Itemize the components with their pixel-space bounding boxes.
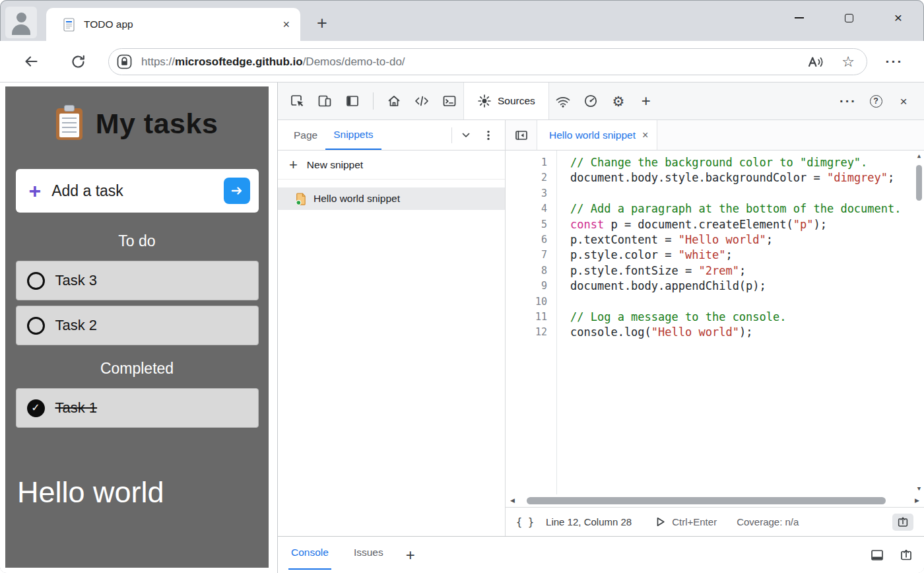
task-item-completed[interactable]: ✓ Task 1 [16, 388, 259, 428]
task-checkbox[interactable] [27, 272, 45, 290]
scroll-left-icon[interactable]: ◀ [510, 498, 515, 504]
window-minimize-button[interactable] [784, 3, 814, 33]
devtools-options-button[interactable]: ··· [834, 87, 862, 115]
code-line[interactable]: p.textContent = "Hello world"; [570, 232, 924, 248]
inspect-element-button[interactable] [283, 87, 311, 115]
drawer-tab-console-active[interactable]: Console [288, 537, 331, 570]
line-number[interactable]: 5 [506, 217, 556, 232]
browser-menu-button[interactable]: ··· [878, 47, 911, 76]
back-button[interactable] [16, 47, 46, 76]
tab-sources-active[interactable]: Sources [463, 83, 549, 119]
add-drawer-tab-button[interactable]: + [406, 537, 415, 573]
tab-welcome[interactable] [380, 87, 408, 115]
task-checkbox[interactable] [27, 317, 45, 335]
window-close-button[interactable]: × [883, 3, 913, 33]
dock-panel-button[interactable] [339, 87, 366, 115]
code-token-string: "p" [793, 218, 814, 231]
hide-navigator-button[interactable] [506, 120, 537, 150]
tab-title: TODO app [84, 18, 133, 30]
profile-avatar[interactable] [5, 7, 37, 38]
drawer-position-button[interactable] [870, 548, 884, 562]
run-snippet-button[interactable] [654, 516, 667, 528]
add-task-submit-button[interactable] [224, 178, 250, 204]
scroll-down-icon[interactable]: ▼ [917, 486, 921, 492]
line-number[interactable]: 1 [506, 155, 556, 170]
code-editor[interactable]: 123456789101112 // Change the background… [506, 151, 924, 494]
url-scheme: https:// [141, 55, 175, 68]
new-snippet-button[interactable]: + New snippet [278, 151, 505, 180]
browser-tab-todo-app[interactable]: TODO app × [46, 8, 300, 41]
more-tabs-button[interactable] [455, 124, 477, 147]
content-area: My tasks + Add a task To do Task 3 [0, 83, 924, 573]
tab-close-icon[interactable]: × [642, 130, 648, 141]
scroll-right-icon[interactable]: ▶ [915, 498, 919, 504]
snippet-list-item-selected[interactable]: Hello world snippet [278, 187, 505, 210]
line-number[interactable]: 9 [506, 279, 556, 294]
editor-tab-active[interactable]: Hello world snippet × [537, 120, 657, 150]
task-checkbox-checked[interactable]: ✓ [27, 399, 45, 417]
code-line[interactable]: // Log a message to the console. [570, 310, 924, 325]
read-aloud-button[interactable] [807, 54, 824, 70]
code-line[interactable]: const p = document.createElement("p"); [570, 217, 924, 232]
line-number[interactable]: 10 [506, 294, 556, 310]
expand-drawer-button[interactable] [899, 548, 913, 562]
home-icon [387, 94, 401, 108]
pretty-print-icon[interactable]: { } [516, 516, 534, 528]
code-line[interactable]: // Add a paragraph at the bottom of the … [570, 201, 924, 217]
code-line[interactable]: // Change the background color to "dimgr… [570, 155, 924, 170]
address-bar[interactable]: https://microsoftedge.github.io/Demos/de… [108, 48, 867, 75]
line-number[interactable]: 2 [506, 170, 556, 185]
add-task-label[interactable]: Add a task [51, 182, 123, 200]
line-number[interactable]: 8 [506, 263, 556, 279]
refresh-button[interactable] [63, 47, 92, 76]
task-item[interactable]: Task 2 [16, 306, 259, 345]
drawer-tab-issues[interactable]: Issues [351, 537, 386, 570]
tab-performance[interactable] [577, 87, 605, 115]
tab-application[interactable]: ⚙ [605, 87, 632, 115]
code-line[interactable] [570, 186, 924, 201]
task-item[interactable]: Task 3 [16, 261, 259, 300]
line-number[interactable]: 12 [506, 325, 556, 340]
tab-page[interactable]: Page [286, 120, 325, 150]
code-line[interactable]: document.body.style.backgroundColor = "d… [570, 170, 924, 185]
navigator-menu-button[interactable] [477, 124, 500, 147]
devtools-close-button[interactable]: × [890, 87, 917, 115]
code-token-plain: ; [766, 233, 773, 246]
code-line[interactable]: console.log("Hello world"); [570, 325, 924, 340]
tab-snippets-active[interactable]: Snippets [325, 120, 381, 150]
vertical-scrollbar-thumb[interactable] [916, 165, 922, 201]
gear-icon: ⚙ [612, 94, 624, 108]
code-token-plain: ; [739, 264, 746, 277]
more-tools-button[interactable]: + [632, 87, 660, 115]
device-toolbar-button[interactable] [311, 87, 339, 115]
code-line[interactable] [570, 294, 924, 310]
window-maximize-button[interactable] [834, 3, 864, 33]
clipboard-icon [56, 108, 82, 140]
tab-network[interactable] [549, 87, 577, 115]
favorite-star-button[interactable]: ☆ [842, 55, 855, 69]
url-text[interactable]: https://microsoftedge.github.io/Demos/de… [141, 55, 405, 69]
quick-source-button[interactable] [892, 514, 913, 531]
editor-gutter: 123456789101112 [506, 151, 557, 494]
code-token-plain: p = document.createElement( [604, 218, 793, 231]
horizontal-scrollbar-thumb[interactable] [527, 497, 886, 504]
vertical-scrollbar[interactable]: ▲ ▼ [914, 151, 924, 494]
line-number[interactable]: 4 [506, 201, 556, 217]
line-number[interactable]: 3 [506, 186, 556, 201]
new-tab-button[interactable]: + [308, 9, 337, 38]
code-line[interactable]: p.style.fontSize = "2rem"; [570, 263, 924, 279]
code-line[interactable]: p.style.color = "white"; [570, 248, 924, 263]
debug-icon [477, 94, 492, 108]
line-number[interactable]: 11 [506, 310, 556, 325]
tab-console-panel[interactable] [436, 87, 463, 115]
devtools-help-button[interactable]: ? [862, 87, 890, 115]
code-line[interactable]: document.body.appendChild(p); [570, 279, 924, 294]
add-task-form[interactable]: + Add a task [16, 169, 259, 213]
scroll-up-icon[interactable]: ▲ [917, 153, 921, 159]
line-number[interactable]: 7 [506, 248, 556, 263]
horizontal-scrollbar[interactable]: ◀ ▶ [506, 494, 924, 507]
line-number[interactable]: 6 [506, 232, 556, 248]
tab-close-icon[interactable]: × [282, 18, 290, 30]
tab-elements[interactable] [408, 87, 436, 115]
site-info-lock-icon[interactable] [116, 53, 133, 71]
